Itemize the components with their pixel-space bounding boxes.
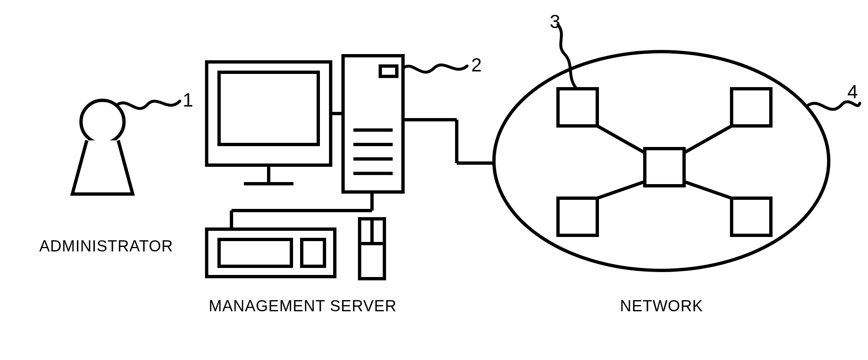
network-icon xyxy=(494,52,829,270)
svg-rect-16 xyxy=(219,239,291,266)
svg-rect-17 xyxy=(302,239,324,266)
svg-rect-26 xyxy=(558,89,597,126)
diagram-canvas xyxy=(0,0,868,360)
ref-4: 4 xyxy=(847,81,858,103)
management-server-icon xyxy=(207,56,403,279)
network-label: NETWORK xyxy=(620,297,703,315)
ref-3: 3 xyxy=(550,10,560,33)
svg-point-0 xyxy=(81,100,124,143)
svg-rect-2 xyxy=(219,72,318,144)
svg-rect-29 xyxy=(732,198,771,235)
administrator-icon xyxy=(72,100,133,194)
management-server-label: MANAGEMENT SERVER xyxy=(209,297,397,315)
administrator-label: ADMINISTRATOR xyxy=(39,237,173,255)
ref-2: 2 xyxy=(471,54,482,76)
ref-1: 1 xyxy=(183,89,193,111)
svg-rect-28 xyxy=(558,198,597,235)
svg-rect-27 xyxy=(732,89,771,126)
svg-rect-6 xyxy=(380,66,397,76)
svg-rect-25 xyxy=(645,149,684,186)
